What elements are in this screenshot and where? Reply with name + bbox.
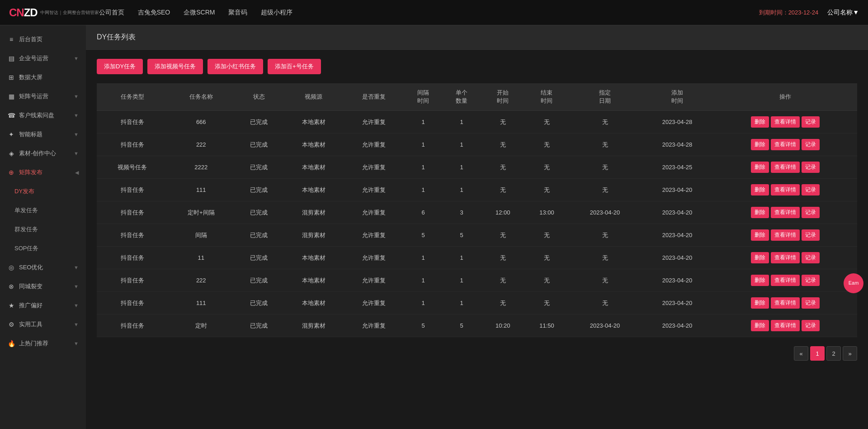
sidebar-item-dashboard[interactable]: ≡ 后台首页 — [0, 30, 86, 49]
nav-home[interactable]: 公司首页 — [99, 9, 124, 17]
delete-button[interactable]: 删除 — [751, 229, 769, 241]
add-redbook-task-button[interactable]: 添加小红书任务 — [208, 59, 263, 74]
record-button[interactable]: 记录 — [802, 162, 820, 173]
delete-button[interactable]: 删除 — [751, 184, 769, 195]
cell-status: 已完成 — [234, 179, 283, 201]
cell-add-time: 2023-04-20 — [641, 292, 713, 315]
sidebar-item-promo[interactable]: ★ 推广偏好 ▼ — [0, 296, 86, 315]
sidebar-item-sop[interactable]: SOP任务 — [0, 239, 86, 258]
sidebar-item-leads[interactable]: ☎ 客户线索问盘 ▼ — [0, 106, 86, 125]
record-button[interactable]: 记录 — [802, 320, 820, 331]
sidebar-item-single[interactable]: 单发任务 — [0, 201, 86, 220]
pagination-prev[interactable]: « — [794, 346, 808, 361]
sidebar-label-promo: 推广偏好 — [19, 301, 42, 310]
cell-end-time: 无 — [525, 269, 569, 292]
sidebar-item-group[interactable]: 群发任务 — [0, 220, 86, 239]
record-button[interactable]: 记录 — [802, 252, 820, 263]
th-add-time: 添加时间 — [641, 83, 713, 111]
nav-scrm[interactable]: 企微SCRM — [184, 9, 215, 17]
sidebar-item-dy[interactable]: DY发布 — [0, 182, 86, 201]
sidebar-item-publish[interactable]: ⊕ 矩阵发布 ◀ — [0, 163, 86, 182]
cell-video-src: 本地素材 — [283, 247, 344, 269]
seo-icon: ◎ — [7, 263, 15, 272]
cell-name: 2222 — [168, 156, 234, 179]
record-button[interactable]: 记录 — [802, 139, 820, 150]
cell-name: 111 — [168, 292, 234, 315]
nav-seo[interactable]: 吉兔免SEO — [138, 9, 170, 17]
sidebar-item-datascreen[interactable]: ⊞ 数据大屏 — [0, 68, 86, 87]
cell-add-time: 2023-04-20 — [641, 201, 713, 224]
cell-name: 222 — [168, 133, 234, 156]
add-dy-task-button[interactable]: 添加DY任务 — [97, 59, 143, 74]
cell-start-time: 无 — [481, 111, 525, 133]
nav-sound[interactable]: 聚音码 — [228, 9, 247, 17]
sidebar-item-enterprise[interactable]: ▤ 企业号运营 ▼ — [0, 49, 86, 68]
cell-status: 已完成 — [234, 247, 283, 269]
delete-button[interactable]: 删除 — [751, 139, 769, 150]
cell-status: 已完成 — [234, 224, 283, 247]
sidebar-item-seo[interactable]: ◎ SEO优化 ▼ — [0, 258, 86, 277]
record-button[interactable]: 记录 — [802, 297, 820, 309]
sidebar-item-local[interactable]: ⊗ 同城裂变 ▼ — [0, 277, 86, 296]
cell-end-time: 无 — [525, 247, 569, 269]
cell-video-src: 本地素材 — [283, 133, 344, 156]
th-task-type: 任务类型 — [97, 83, 168, 111]
table-row: 抖音任务 111 已完成 本地素材 允许重复 1 1 无 无 无 2023-04… — [97, 292, 857, 315]
cell-video-src: 本地素材 — [283, 292, 344, 315]
view-detail-button[interactable]: 查看详情 — [771, 207, 800, 218]
view-detail-button[interactable]: 查看详情 — [771, 116, 800, 128]
cell-spec-date: 无 — [569, 179, 641, 201]
cell-video-src: 本地素材 — [283, 156, 344, 179]
th-repeat: 是否重复 — [344, 83, 404, 111]
delete-button[interactable]: 删除 — [751, 320, 769, 331]
view-detail-button[interactable]: 查看详情 — [771, 162, 800, 173]
delete-button[interactable]: 删除 — [751, 162, 769, 173]
chevron-down-icon: ▼ — [74, 56, 79, 61]
delete-button[interactable]: 删除 — [751, 207, 769, 218]
company-name[interactable]: 公司名称▼ — [827, 9, 859, 17]
view-detail-button[interactable]: 查看详情 — [771, 320, 800, 331]
sidebar-item-matrix[interactable]: ▦ 矩阵号运营 ▼ — [0, 87, 86, 106]
cell-spec-date: 无 — [569, 292, 641, 315]
record-button[interactable]: 记录 — [802, 207, 820, 218]
cell-start-time: 无 — [481, 224, 525, 247]
cell-interval: 6 — [404, 201, 443, 224]
delete-button[interactable]: 删除 — [751, 297, 769, 309]
pagination-next[interactable]: » — [843, 346, 857, 361]
sidebar-label-dy: DY发布 — [14, 187, 34, 195]
view-detail-button[interactable]: 查看详情 — [771, 297, 800, 309]
cell-end-time: 11:50 — [525, 315, 569, 337]
cell-name: 定时+间隔 — [168, 201, 234, 224]
pagination-page-1[interactable]: 1 — [810, 346, 825, 361]
view-detail-button[interactable]: 查看详情 — [771, 252, 800, 263]
view-detail-button[interactable]: 查看详情 — [771, 229, 800, 241]
cell-video-src: 本地素材 — [283, 111, 344, 133]
cell-add-time: 2023-04-20 — [641, 315, 713, 337]
pagination-page-2[interactable]: 2 — [826, 346, 841, 361]
sidebar-item-smarttitle[interactable]: ✦ 智能标题 ▼ — [0, 125, 86, 144]
record-button[interactable]: 记录 — [802, 229, 820, 241]
chevron-down-icon-7: ▼ — [74, 284, 79, 289]
dashboard-icon: ≡ — [7, 35, 15, 43]
sidebar-item-tools[interactable]: ⚙ 实用工具 ▼ — [0, 315, 86, 334]
delete-button[interactable]: 删除 — [751, 275, 769, 286]
nav-miniapp[interactable]: 超级小程序 — [261, 9, 292, 17]
record-button[interactable]: 记录 — [802, 116, 820, 128]
sidebar-item-material[interactable]: ◈ 素材-创作中心 ▼ — [0, 144, 86, 163]
chevron-down-icon-8: ▼ — [74, 303, 79, 308]
record-button[interactable]: 记录 — [802, 275, 820, 286]
cell-actions: 删除 查看详情 记录 — [713, 179, 857, 201]
cell-type: 抖音任务 — [97, 179, 168, 201]
sidebar-item-trending[interactable]: 🔥 上热门推荐 ▼ — [0, 334, 86, 353]
th-actions: 操作 — [713, 83, 857, 111]
record-button[interactable]: 记录 — [802, 184, 820, 195]
view-detail-button[interactable]: 查看详情 — [771, 184, 800, 195]
delete-button[interactable]: 删除 — [751, 252, 769, 263]
cell-status: 已完成 — [234, 111, 283, 133]
delete-button[interactable]: 删除 — [751, 116, 769, 128]
view-detail-button[interactable]: 查看详情 — [771, 139, 800, 150]
float-help-button[interactable]: Eam — [844, 273, 863, 293]
add-hundred-task-button[interactable]: 添加百+号任务 — [268, 59, 321, 74]
view-detail-button[interactable]: 查看详情 — [771, 275, 800, 286]
add-video-task-button[interactable]: 添加视频号任务 — [147, 59, 203, 74]
